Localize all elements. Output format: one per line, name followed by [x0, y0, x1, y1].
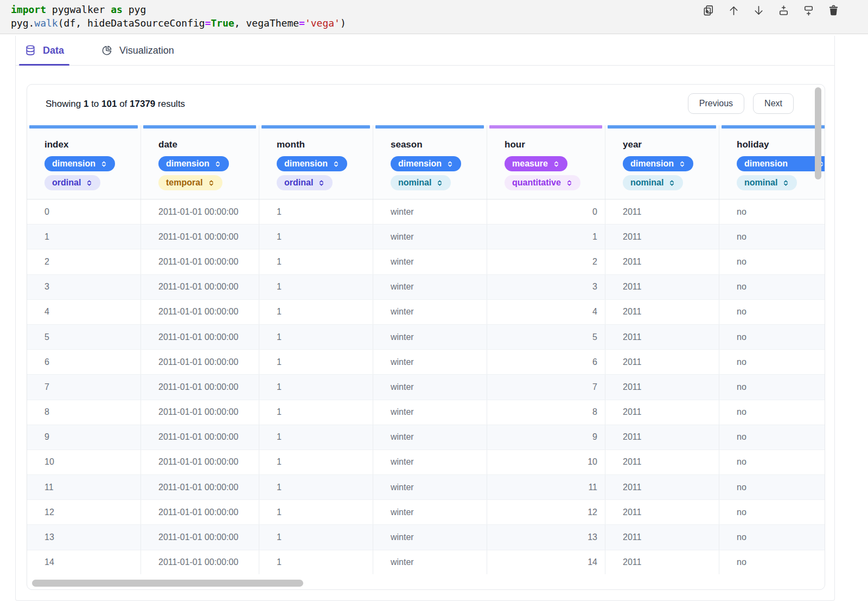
previous-button[interactable]: Previous [688, 93, 744, 114]
type-badge-label: temporal [166, 178, 203, 188]
index-type-badge[interactable]: ordinal [44, 175, 100, 190]
table-row: 22011-01-01 00:00:001winter22011no [27, 249, 825, 274]
delete-cell-icon[interactable] [827, 4, 840, 17]
cell-month: 1 [259, 450, 373, 474]
season-type-badge[interactable]: nominal [391, 175, 451, 190]
hour-role-badge[interactable]: measure [505, 156, 567, 171]
role-badge-label: dimension [52, 159, 95, 169]
cell-date: 2011-01-01 00:00:00 [141, 450, 259, 474]
move-cell-up-icon[interactable] [727, 4, 740, 17]
cell-season: winter [373, 375, 487, 399]
results-summary: Showing 1 to 101 of 17379 results [46, 99, 185, 110]
cell-year: 2011 [605, 249, 719, 274]
cell-month: 1 [259, 200, 373, 224]
tab-label: Visualization [119, 45, 174, 56]
cell-year: 2011 [605, 275, 719, 299]
move-cell-down-icon[interactable] [752, 4, 765, 17]
index-role-badge[interactable]: dimension [44, 156, 115, 171]
code-editor-content[interactable]: import pygwalker as pygpyg.walk(df, hide… [11, 3, 346, 30]
cell-holiday: no [719, 200, 825, 224]
code-token-plain: , vegaTheme [234, 17, 299, 29]
year-type-badge[interactable]: nominal [623, 175, 683, 190]
type-badge-label: ordinal [284, 178, 313, 188]
column-name: index [44, 139, 141, 150]
cell-month: 1 [259, 300, 373, 324]
holiday-type-badge[interactable]: nominal [737, 175, 797, 190]
results-number: 1 [84, 99, 88, 109]
date-type-badge[interactable]: temporal [158, 175, 222, 190]
cell-hour: 14 [487, 550, 605, 574]
column-name: holiday [737, 139, 825, 150]
code-token-operator: = [299, 17, 305, 29]
cell-date: 2011-01-01 00:00:00 [141, 375, 259, 399]
cell-index: 0 [27, 200, 141, 224]
role-badge-label: dimension [284, 159, 328, 169]
chevron-up-down-icon [566, 179, 573, 187]
column-name: hour [505, 139, 605, 150]
season-role-badge[interactable]: dimension [391, 156, 461, 171]
cell-hour: 5 [487, 325, 605, 349]
cell-year: 2011 [605, 450, 719, 474]
table-row: 122011-01-01 00:00:001winter122011no [27, 500, 825, 525]
code-token-plain: pyg. [11, 17, 34, 29]
cell-season: winter [373, 224, 487, 249]
holiday-role-badge[interactable]: dimension [737, 156, 825, 171]
date-role-badge[interactable]: dimension [158, 156, 229, 171]
cell-year: 2011 [605, 550, 719, 574]
cell-month: 1 [259, 400, 373, 425]
cell-hour: 6 [487, 350, 605, 374]
tab-data[interactable]: Data [19, 36, 69, 65]
cell-season: winter [373, 300, 487, 324]
table-row: 142011-01-01 00:00:001winter142011no [27, 550, 825, 574]
chevron-up-down-icon [333, 160, 340, 168]
column-header-date: datedimensiontemporal [141, 125, 259, 199]
cell-date: 2011-01-01 00:00:00 [141, 275, 259, 299]
cell-season: winter [373, 350, 487, 374]
cell-hour: 2 [487, 249, 605, 274]
tab-visualization[interactable]: Visualization [95, 36, 180, 65]
cell-month: 1 [259, 350, 373, 374]
cell-season: winter [373, 325, 487, 349]
cell-date: 2011-01-01 00:00:00 [141, 525, 259, 549]
cell-holiday: no [719, 475, 825, 499]
code-token-operator: = [205, 17, 211, 29]
cell-date: 2011-01-01 00:00:00 [141, 249, 259, 274]
year-role-badge[interactable]: dimension [623, 156, 693, 171]
cell-index: 11 [27, 475, 141, 499]
cell-index: 8 [27, 400, 141, 425]
cell-hour: 0 [487, 200, 605, 224]
insert-cell-below-icon[interactable] [802, 4, 815, 17]
duplicate-cell-icon[interactable] [702, 4, 715, 17]
cell-holiday: no [719, 350, 825, 374]
cell-index: 2 [27, 249, 141, 274]
month-role-badge[interactable]: dimension [277, 156, 347, 171]
cell-date: 2011-01-01 00:00:00 [141, 550, 259, 574]
cell-hour: 1 [487, 224, 605, 249]
cell-holiday: no [719, 425, 825, 450]
column-accent-bar [375, 125, 484, 129]
data-table: indexdimensionordinaldatedimensiontempor… [27, 125, 825, 574]
cell-year: 2011 [605, 325, 719, 349]
horizontal-scrollbar-thumb[interactable] [32, 580, 303, 587]
insert-cell-above-icon[interactable] [777, 4, 790, 17]
column-accent-bar [29, 125, 138, 129]
next-button[interactable]: Next [753, 93, 794, 114]
code-token-string: 'vega' [305, 17, 340, 29]
table-header-row: indexdimensionordinaldatedimensiontempor… [27, 125, 825, 200]
cell-hour: 7 [487, 375, 605, 399]
tab-bar: DataVisualization [16, 36, 834, 66]
cell-year: 2011 [605, 525, 719, 549]
hour-type-badge[interactable]: quantitative [505, 175, 580, 190]
cell-holiday: no [719, 550, 825, 574]
vertical-scrollbar-thumb[interactable] [815, 87, 821, 179]
cell-holiday: no [719, 500, 825, 524]
code-cell[interactable]: import pygwalker as pygpyg.walk(df, hide… [0, 0, 868, 34]
month-type-badge[interactable]: ordinal [277, 175, 333, 190]
column-name: season [391, 139, 487, 150]
cell-hour: 11 [487, 475, 605, 499]
cell-date: 2011-01-01 00:00:00 [141, 400, 259, 425]
column-header-index: indexdimensionordinal [27, 125, 141, 199]
cell-hour: 10 [487, 450, 605, 474]
code-line: pyg.walk(df, hideDataSourceConfig=True, … [11, 16, 346, 30]
cell-hour: 4 [487, 300, 605, 324]
